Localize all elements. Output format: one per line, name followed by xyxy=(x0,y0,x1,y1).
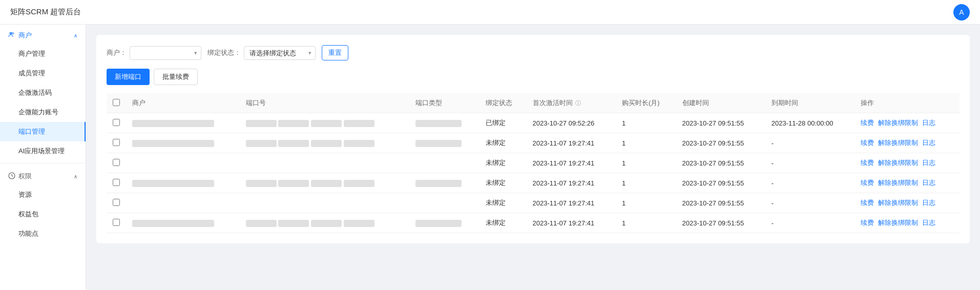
select-all-checkbox[interactable] xyxy=(113,99,120,106)
renew-btn-5[interactable]: 续费 xyxy=(861,218,874,227)
permission-group-chevron: ∧ xyxy=(74,174,77,179)
renew-btn-4[interactable]: 续费 xyxy=(861,198,874,208)
cell-expire-time-2: - xyxy=(765,153,854,173)
add-port-button[interactable]: 新增端口 xyxy=(107,69,150,85)
action-cell-2: 续费 解除换绑限制 日志 xyxy=(861,158,953,168)
reset-button[interactable]: 重置 xyxy=(322,45,348,60)
permission-group-label: 权限 xyxy=(18,172,32,181)
cell-expire-time-5: - xyxy=(765,213,854,233)
merchant-group-icon xyxy=(8,31,15,40)
sidebar-item-merchant-mgmt[interactable]: 商户管理 xyxy=(0,44,86,64)
merchant-group-chevron: ∧ xyxy=(74,33,77,38)
action-cell-0: 续费 解除换绑限制 日志 xyxy=(861,118,953,128)
sidebar-item-port-mgmt[interactable]: 端口管理 xyxy=(0,122,86,141)
content-card: 商户： 绑定状态： 请选择绑定状态 已绑定 未绑定 xyxy=(96,35,970,243)
unbind-btn-3[interactable]: 解除换绑限制 xyxy=(878,178,918,188)
col-bind-status: 绑定状态 xyxy=(479,93,527,113)
merchant-select[interactable] xyxy=(130,46,201,60)
log-btn-2[interactable]: 日志 xyxy=(922,158,935,168)
cell-purchase-duration-0: 1 xyxy=(616,113,676,133)
col-first-active-time: 首次激活时间 ⓘ xyxy=(527,93,616,113)
cell-port-no-0 xyxy=(240,113,409,133)
row-checkbox-5[interactable] xyxy=(113,219,120,226)
table-header-row: 商户 端口号 端口类型 绑定状态 首次激活时间 ⓘ 购买时长(月) 创建时间 到… xyxy=(107,93,960,113)
unbind-btn-5[interactable]: 解除换绑限制 xyxy=(878,218,918,227)
cell-merchant-5 xyxy=(126,213,240,233)
port-type-blur-0 xyxy=(415,120,462,127)
sidebar-item-member-mgmt[interactable]: 成员管理 xyxy=(0,64,86,83)
table-row: 未绑定2023-11-07 19:27:4112023-10-27 09:51:… xyxy=(107,153,960,173)
sidebar-item-corp-activation[interactable]: 企微激活码 xyxy=(0,83,86,102)
unbind-btn-2[interactable]: 解除换绑限制 xyxy=(878,158,918,168)
unbind-btn-0[interactable]: 解除换绑限制 xyxy=(878,118,918,128)
col-port-no: 端口号 xyxy=(240,93,409,113)
row-checkbox-2[interactable] xyxy=(113,159,120,166)
renew-btn-1[interactable]: 续费 xyxy=(861,138,874,148)
port-no-blur-c-1 xyxy=(311,140,342,147)
bind-status-select[interactable]: 请选择绑定状态 已绑定 未绑定 xyxy=(244,46,316,60)
action-cell-4: 续费 解除换绑限制 日志 xyxy=(861,198,953,208)
renew-btn-0[interactable]: 续费 xyxy=(861,118,874,128)
row-checkbox-0[interactable] xyxy=(113,119,120,126)
sidebar-item-resource[interactable]: 资源 xyxy=(0,185,86,204)
sidebar-item-benefit-pkg[interactable]: 权益包 xyxy=(0,204,86,224)
log-btn-5[interactable]: 日志 xyxy=(922,218,935,227)
unbind-btn-4[interactable]: 解除换绑限制 xyxy=(878,198,918,208)
merchant-blur-1 xyxy=(132,140,214,147)
sidebar-group-permission-header[interactable]: 权限 ∧ xyxy=(0,165,86,185)
port-type-blur-5 xyxy=(415,220,462,227)
cell-purchase-duration-4: 1 xyxy=(616,193,676,213)
log-btn-3[interactable]: 日志 xyxy=(922,178,935,188)
table-row: 未绑定2023-11-07 19:27:4112023-10-27 09:51:… xyxy=(107,173,960,193)
port-no-blur-b-3 xyxy=(278,180,309,187)
log-btn-0[interactable]: 日志 xyxy=(922,118,935,128)
cell-merchant-4 xyxy=(126,193,240,213)
cell-first-active-2: 2023-11-07 19:27:41 xyxy=(527,153,616,173)
cell-create-time-0: 2023-10-27 09:51:55 xyxy=(676,113,765,133)
cell-port-no-1 xyxy=(240,133,409,153)
sidebar-item-corp-capability[interactable]: 企微能力账号 xyxy=(0,102,86,122)
cell-purchase-duration-2: 1 xyxy=(616,153,676,173)
batch-renew-button[interactable]: 批量续费 xyxy=(154,69,198,85)
cell-create-time-3: 2023-10-27 09:51:55 xyxy=(676,173,765,193)
cell-expire-time-4: - xyxy=(765,193,854,213)
merchant-group-label: 商户 xyxy=(18,31,32,40)
renew-btn-2[interactable]: 续费 xyxy=(861,158,874,168)
row-checkbox-3[interactable] xyxy=(113,179,120,186)
log-btn-1[interactable]: 日志 xyxy=(922,138,935,148)
cell-purchase-duration-3: 1 xyxy=(616,173,676,193)
port-type-blur-1 xyxy=(415,140,462,147)
log-btn-4[interactable]: 日志 xyxy=(922,198,935,208)
table-row: 未绑定2023-11-07 19:27:4112023-10-27 09:51:… xyxy=(107,133,960,153)
table-row: 未绑定2023-11-07 19:27:4112023-10-27 09:51:… xyxy=(107,193,960,213)
unbind-btn-1[interactable]: 解除换绑限制 xyxy=(878,138,918,148)
cell-port-type-4 xyxy=(409,193,479,213)
sidebar-item-function-pt[interactable]: 功能点 xyxy=(0,224,86,243)
port-no-blur-b-5 xyxy=(278,220,309,227)
sidebar-group-permission: 权限 ∧ 资源 权益包 功能点 xyxy=(0,165,86,243)
cell-first-active-0: 2023-10-27 09:52:26 xyxy=(527,113,616,133)
cell-expire-time-1: - xyxy=(765,133,854,153)
cell-port-type-5 xyxy=(409,213,479,233)
first-active-time-info-icon[interactable]: ⓘ xyxy=(575,100,581,106)
cell-expire-time-0: 2023-11-28 00:00:00 xyxy=(765,113,854,133)
row-checkbox-4[interactable] xyxy=(113,199,120,206)
cell-merchant-2 xyxy=(126,153,240,173)
sidebar-item-ai-scene-mgmt[interactable]: AI应用场景管理 xyxy=(0,141,86,161)
sidebar-group-merchant-header[interactable]: 商户 ∧ xyxy=(0,25,86,44)
col-expire-time: 到期时间 xyxy=(765,93,854,113)
port-type-blur-3 xyxy=(415,180,462,187)
col-purchase-duration: 购买时长(月) xyxy=(616,93,676,113)
row-checkbox-1[interactable] xyxy=(113,139,120,146)
renew-btn-3[interactable]: 续费 xyxy=(861,178,874,188)
cell-purchase-duration-1: 1 xyxy=(616,133,676,153)
cell-bind-status-4: 未绑定 xyxy=(479,193,527,213)
action-cell-1: 续费 解除换绑限制 日志 xyxy=(861,138,953,148)
svg-point-1 xyxy=(12,32,14,34)
cell-first-active-1: 2023-11-07 19:27:41 xyxy=(527,133,616,153)
col-operations: 操作 xyxy=(854,93,960,113)
cell-create-time-5: 2023-10-27 09:51:55 xyxy=(676,213,765,233)
cell-create-time-4: 2023-10-27 09:51:55 xyxy=(676,193,765,213)
user-avatar[interactable]: A xyxy=(953,4,970,20)
merchant-select-wrapper xyxy=(130,46,201,60)
